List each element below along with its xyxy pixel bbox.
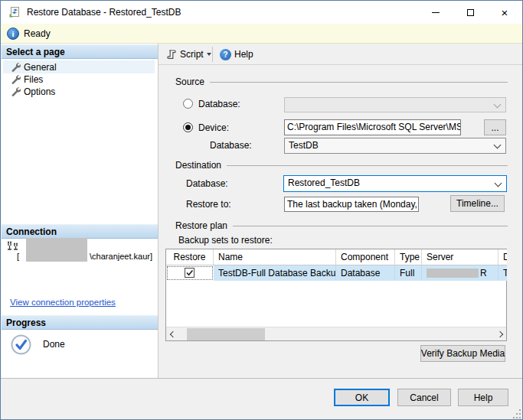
sidebar-item-options[interactable]: Options <box>3 85 155 98</box>
script-label: Script <box>180 49 204 60</box>
done-check-icon <box>11 334 31 355</box>
view-connection-properties-link[interactable]: View connection properties <box>10 298 116 307</box>
minimize-icon <box>432 12 440 13</box>
chevron-down-icon <box>495 180 502 187</box>
status-strip: i Ready <box>1 24 522 44</box>
restore-to-label: Restore to: <box>186 199 231 210</box>
destination-database-value: Restored_TestDB <box>288 177 360 188</box>
source-database-combo <box>284 97 506 112</box>
restore-checkbox[interactable] <box>185 268 194 278</box>
source-legend: Source <box>175 77 204 87</box>
close-icon: × <box>502 7 508 18</box>
table-row-restore-cell[interactable] <box>166 265 214 281</box>
destination-legend: Destination <box>175 160 221 171</box>
device-path-field[interactable]: C:\Program Files\Microsoft SQL Server\MS… <box>284 119 461 135</box>
backup-sets-label: Backup sets to restore: <box>178 235 273 246</box>
browse-button[interactable]: ... <box>484 119 506 135</box>
status-text: Ready <box>24 28 51 39</box>
col-header-type[interactable]: Type <box>395 249 422 265</box>
server-redaction <box>427 269 479 278</box>
script-button[interactable]: Script <box>163 46 214 63</box>
source-device-radio-label: Device: <box>198 122 229 133</box>
connection-header: Connection <box>2 224 158 239</box>
table-row-component-cell[interactable]: Database <box>336 265 395 281</box>
chevron-right-icon <box>496 331 502 337</box>
source-db-value-combo[interactable]: TestDB <box>284 138 506 154</box>
source-database-radio-label: Database: <box>198 99 240 109</box>
restore-database-dialog: Restore Database - Restored_TestDB × i R… <box>0 0 523 420</box>
sidebar-item-general[interactable]: General <box>3 60 155 73</box>
scrollbar-thumb[interactable] <box>187 328 265 340</box>
server-visible-text: R <box>480 268 487 278</box>
source-db-value: TestDB <box>289 140 319 151</box>
restore-plan-group: Restore plan <box>175 220 508 231</box>
script-dropdown-icon <box>207 53 211 56</box>
wrench-icon <box>11 62 21 72</box>
col-header-restore[interactable]: Restore <box>166 249 214 265</box>
sidebar-item-label: Options <box>24 86 55 97</box>
titlebar: Restore Database - Restored_TestDB × <box>1 1 522 24</box>
col-header-name[interactable]: Name <box>214 249 336 265</box>
sidebar-divider <box>158 44 159 378</box>
table-row-server-cell[interactable]: R <box>422 265 498 281</box>
scroll-left-button[interactable] <box>166 327 179 341</box>
chevron-down-icon <box>494 142 502 149</box>
script-icon <box>166 49 177 60</box>
info-icon: i <box>7 28 19 40</box>
table-row-type-cell[interactable]: Full <box>395 265 422 281</box>
connection-user: [\charanjeet.kaur] <box>17 252 152 261</box>
sidebar-item-label: Files <box>24 74 43 85</box>
toolbar-separator <box>212 47 213 62</box>
cancel-button[interactable]: Cancel <box>397 389 451 406</box>
col-header-database[interactable]: D <box>498 249 507 265</box>
sidebar: Select a page General Files Options Conn… <box>2 44 158 378</box>
progress-header: Progress <box>2 315 158 330</box>
wrench-icon <box>11 74 21 84</box>
source-device-radio[interactable] <box>183 122 193 132</box>
col-header-component[interactable]: Component <box>336 249 395 265</box>
source-database-radio[interactable] <box>183 99 193 109</box>
help-label: Help <box>234 49 253 60</box>
wrench-icon <box>11 86 21 96</box>
window-title: Restore Database - Restored_TestDB <box>27 7 181 18</box>
maximize-icon <box>467 9 474 16</box>
ok-button[interactable]: OK <box>334 389 390 406</box>
maximize-button[interactable] <box>458 1 482 24</box>
sidebar-item-files[interactable]: Files <box>3 73 155 86</box>
table-row-database-cell[interactable]: T <box>498 265 507 281</box>
source-group: Source <box>175 77 508 87</box>
sidebar-item-label: General <box>24 62 57 73</box>
chevron-left-icon <box>169 331 175 337</box>
restore-to-field[interactable]: The last backup taken (Monday, M <box>284 197 419 212</box>
col-header-server[interactable]: Server <box>422 249 498 265</box>
resize-grip[interactable] <box>512 409 521 418</box>
progress-status: Done <box>43 339 65 350</box>
minimize-button[interactable] <box>423 1 448 24</box>
destination-group: Destination <box>175 160 508 171</box>
horizontal-scrollbar[interactable] <box>166 327 506 340</box>
connection-user-prefix: [ <box>17 252 19 261</box>
backup-sets-table[interactable]: Restore Name Component Type Server D Tes… <box>165 249 507 341</box>
restore-plan-legend: Restore plan <box>175 220 227 231</box>
table-row-name-cell[interactable]: TestDB-Full Database Backup <box>214 265 336 281</box>
scroll-right-button[interactable] <box>493 327 506 341</box>
help-button-footer[interactable]: Help <box>458 389 508 406</box>
footer-bar: OK Cancel Help <box>1 378 523 420</box>
select-a-page-header: Select a page <box>2 44 158 59</box>
destination-database-label: Database: <box>186 178 228 189</box>
close-button[interactable]: × <box>492 1 517 24</box>
check-icon <box>185 269 194 277</box>
timeline-button[interactable]: Timeline... <box>450 195 505 212</box>
help-button[interactable]: ? Help <box>217 46 257 63</box>
connection-user-suffix: \charanjeet.kaur] <box>90 252 152 261</box>
chevron-down-icon <box>494 101 502 109</box>
restore-database-icon <box>8 6 21 18</box>
toolbar: Script ? Help <box>159 44 523 65</box>
source-db-label: Database: <box>210 140 252 151</box>
destination-database-combo[interactable]: Restored_TestDB <box>283 175 507 192</box>
help-icon: ? <box>220 49 231 60</box>
verify-backup-media-button[interactable]: Verify Backup Media <box>420 345 505 362</box>
